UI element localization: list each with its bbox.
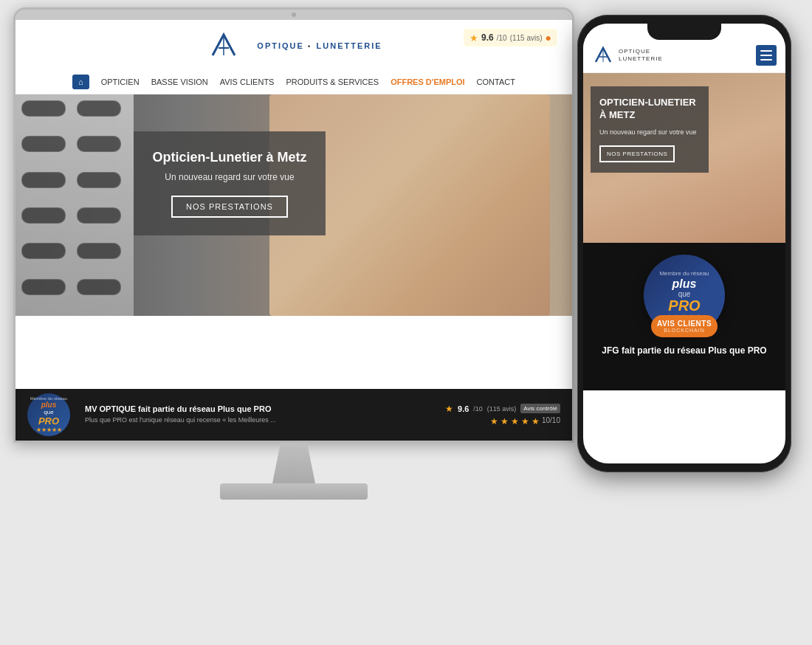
site-logo-area: OPTIQUE • LUNETTERIE <box>205 27 382 64</box>
glasses-item <box>21 100 66 117</box>
hero-overlay: Opticien-Lunetier à Metz Un nouveau rega… <box>134 131 326 235</box>
bottom-rating-denom: /10 <box>473 405 483 413</box>
hero-section: Opticien-Lunetier à Metz Un nouveau rega… <box>16 94 572 316</box>
mobile-phone: OPTIQUE LUNETTERIE OPTICIEN-LUNETIER À M… <box>577 15 791 472</box>
phone-notch <box>647 24 721 40</box>
star-3: ★ <box>511 416 519 427</box>
bottom-description: Plus que PRO est l'unique réseau qui rec… <box>85 415 276 425</box>
orange-circle-icon: ● <box>546 32 551 44</box>
phone-hero-overlay: OPTICIEN-LUNETIER À METZ Un nouveau rega… <box>591 86 709 173</box>
phone-lunetterie-label: LUNETTERIE <box>619 55 663 63</box>
nav-opticien[interactable]: OPTICIEN <box>101 77 140 86</box>
monitor-camera-dot <box>292 13 296 17</box>
badge-plus-label: plus <box>41 401 57 409</box>
bottom-bar: Membre du réseau plus que PRO ★★★★★ MV O… <box>16 389 572 441</box>
hamburger-line-3 <box>760 59 772 61</box>
star-1: ★ <box>490 416 498 427</box>
bottom-rating-score: 9.6 <box>458 404 469 413</box>
star-5: ★ <box>531 416 540 427</box>
bottom-main-title: MV OPTIQUE fait partie du réseau Plus qu… <box>85 404 276 413</box>
stars-denominator: 10/10 <box>542 416 560 427</box>
avis-controle-label: Avis contrôlé <box>520 404 560 413</box>
monitor-body: ★ 9.6 /10 (115 avis) ● OPTIQUE • <box>13 7 574 443</box>
phone-badge-plus: plus <box>672 278 697 290</box>
bottom-rating-count: (115 avis) <box>487 405 517 413</box>
badge-stars-icon: ★★★★★ <box>36 427 62 433</box>
glasses-item <box>77 207 121 224</box>
star-icon: ★ <box>469 32 478 44</box>
star-2: ★ <box>500 416 509 427</box>
phone-logo-text: OPTIQUE LUNETTERIE <box>619 48 663 63</box>
site-logo-icon <box>205 27 242 64</box>
rating-count: (115 avis) <box>510 34 543 42</box>
site-header: ★ 9.6 /10 (115 avis) ● OPTIQUE • <box>16 20 572 94</box>
bottom-rating-block: ★ 9.6 /10 (115 avis) Avis contrôlé ★ ★ ★… <box>445 404 560 427</box>
hamburger-line-1 <box>760 50 772 52</box>
phone-logo-area: OPTIQUE LUNETTERIE <box>592 44 663 66</box>
phone-logo-icon <box>592 44 614 66</box>
rating-denominator: /10 <box>497 34 507 42</box>
star-4: ★ <box>521 416 529 427</box>
monitor-stand-base <box>220 483 368 500</box>
phone-body: OPTIQUE LUNETTERIE OPTICIEN-LUNETIER À M… <box>577 15 791 472</box>
monitor-top-bar <box>16 10 572 20</box>
phone-hero-subtitle: Un nouveau regard sur votre vue <box>599 128 700 137</box>
phone-plus-pro-badge: Membre du réseau plus que PRO ★★★★★ Avis… <box>644 255 725 336</box>
glasses-item <box>21 136 66 152</box>
phone-hero-cta-button[interactable]: NOS PRESTATIONS <box>599 145 675 162</box>
rating-badge: ★ 9.6 /10 (115 avis) ● <box>464 29 557 46</box>
bottom-stars-row: ★ ★ ★ ★ ★ 10/10 <box>490 416 560 427</box>
bottom-text-block: MV OPTIQUE fait partie du réseau Plus qu… <box>85 404 276 425</box>
avis-clients-label: Avis Clients <box>651 320 718 328</box>
glasses-item <box>21 207 66 224</box>
monitor-screen: ★ 9.6 /10 (115 avis) ● OPTIQUE • <box>16 20 572 441</box>
glasses-item <box>21 243 66 259</box>
desktop-monitor: ★ 9.6 /10 (115 avis) ● OPTIQUE • <box>13 7 574 645</box>
rating-score: 9.6 <box>481 32 494 43</box>
glasses-item <box>21 172 66 188</box>
monitor-stand-neck <box>272 443 316 487</box>
phone-badge-que: que <box>678 290 691 298</box>
phone-badge-pro: PRO <box>668 298 700 313</box>
glasses-item <box>21 279 66 295</box>
logo-lunetterie: LUNETTERIE <box>317 41 382 50</box>
avis-clients-ribbon: Avis Clients BLOCKCHAIN <box>651 315 718 337</box>
hero-title: Opticien-Lunetier à Metz <box>151 149 308 166</box>
site-nav: ⌂ OPTICIEN BASSE VISION AVIS CLIENTS PRO… <box>72 70 515 94</box>
hero-subtitle: Un nouveau regard sur votre vue <box>151 172 308 182</box>
nav-offres-emploi[interactable]: OFFRES D'EMPLOI <box>390 77 464 86</box>
bottom-star-icon: ★ <box>445 404 453 414</box>
nav-produits-services[interactable]: PRODUITS & SERVICES <box>286 77 379 86</box>
badge-pro-label: PRO <box>38 415 59 427</box>
site-logo-text: OPTIQUE • LUNETTERIE <box>257 41 382 50</box>
phone-bottom-text: JFG fait partie du réseau Plus que PRO <box>602 345 766 357</box>
glasses-wall <box>16 94 134 316</box>
glasses-item <box>77 172 121 188</box>
phone-bottom-section: Membre du réseau plus que PRO ★★★★★ Avis… <box>583 243 785 390</box>
hero-cta-button[interactable]: NOS PRESTATIONS <box>171 196 288 218</box>
hamburger-menu-button[interactable] <box>756 45 777 66</box>
nav-basse-vision[interactable]: BASSE VISION <box>151 77 208 86</box>
glasses-item <box>77 100 121 117</box>
avis-clients-sub: BLOCKCHAIN <box>651 328 718 333</box>
phone-hero-title: OPTICIEN-LUNETIER À METZ <box>599 97 700 122</box>
glasses-item <box>77 136 121 152</box>
bottom-rating-row: ★ 9.6 /10 (115 avis) Avis contrôlé <box>445 404 560 414</box>
glasses-item <box>77 279 121 295</box>
badge-que-label: que <box>44 409 53 415</box>
glasses-item <box>77 243 121 259</box>
phone-optique-label: OPTIQUE <box>619 48 663 55</box>
nav-home-button[interactable]: ⌂ <box>72 75 89 89</box>
plus-pro-badge: Membre du réseau plus que PRO ★★★★★ <box>27 393 70 436</box>
nav-contact[interactable]: CONTACT <box>477 77 515 86</box>
phone-hero-section: OPTICIEN-LUNETIER À METZ Un nouveau rega… <box>583 73 785 243</box>
hamburger-line-2 <box>760 55 772 56</box>
avis-controle-badge: Avis contrôlé <box>520 404 560 413</box>
nav-avis-clients[interactable]: AVIS CLIENTS <box>220 77 275 86</box>
phone-screen: OPTIQUE LUNETTERIE OPTICIEN-LUNETIER À M… <box>583 24 785 463</box>
home-icon: ⌂ <box>78 77 83 86</box>
phone-badge-membre: Membre du réseau <box>659 270 709 277</box>
logo-optique: OPTIQUE <box>257 41 304 50</box>
